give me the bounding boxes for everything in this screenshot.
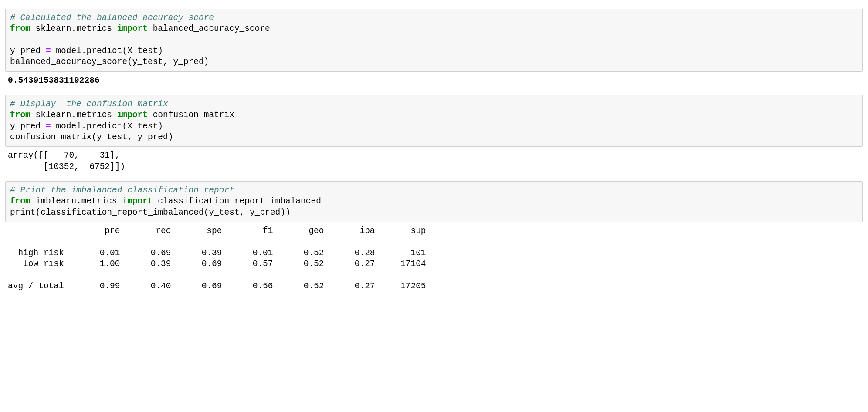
code-cell-2-content: # Display the confusion matrix from skle…: [10, 99, 234, 142]
code-cell-1[interactable]: # Calculated the balanced accuracy score…: [5, 9, 863, 72]
notebook: # Calculated the balanced accuracy score…: [5, 9, 863, 293]
code-cell-1-content: # Calculated the balanced accuracy score…: [10, 13, 270, 67]
output-cell-1: 0.5439153831192286: [5, 74, 863, 87]
code-cell-3-content: # Print the imbalanced classification re…: [10, 186, 321, 217]
output-cell-2: array([[ 70, 31], [10352, 6752]]): [5, 149, 863, 173]
output-cell-3: pre rec spe f1 geo iba sup high_risk 0.0…: [5, 225, 863, 293]
code-cell-3[interactable]: # Print the imbalanced classification re…: [5, 181, 863, 222]
code-cell-2[interactable]: # Display the confusion matrix from skle…: [5, 95, 863, 147]
